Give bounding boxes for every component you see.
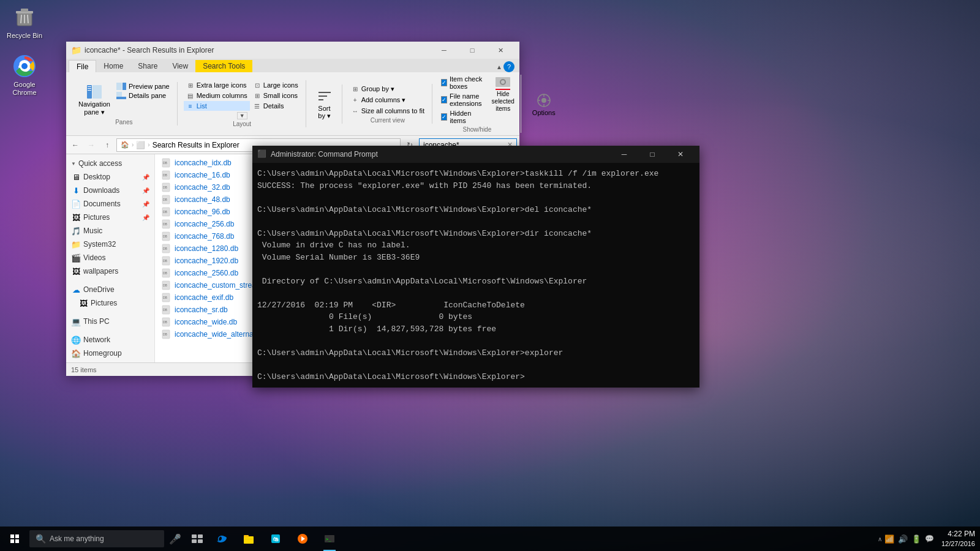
svg-rect-11: [92, 85, 102, 99]
sidebar-item-downloads[interactable]: ⬇ Downloads 📌: [66, 184, 154, 197]
svg-text:DB: DB: [163, 320, 168, 324]
svg-rect-68: [244, 539, 253, 539]
path-computers: ⬜: [136, 141, 145, 149]
tab-file[interactable]: File: [69, 60, 96, 72]
cortana-button[interactable]: 🎤: [164, 527, 186, 551]
medium-columns-label: Medium columns: [197, 92, 247, 99]
chrome-label: Google Chrome: [5, 81, 44, 97]
sidebar-item-homegroup[interactable]: 🏠 Homegroup: [66, 347, 154, 360]
cmd-close-button[interactable]: ✕: [666, 146, 695, 163]
explorer-minimize-button[interactable]: ─: [430, 42, 458, 59]
layout-group: ⊞ Extra large icons ⊡ Large icons ▤ Medi…: [179, 80, 306, 127]
taskbar-cmd[interactable]: >_: [316, 527, 343, 551]
large-icons-label: Large icons: [263, 81, 298, 89]
ribbon-help-icon[interactable]: ?: [503, 61, 514, 72]
quick-access-header[interactable]: ▼ Quick access: [66, 157, 154, 170]
add-columns-button[interactable]: + Add columns ▾: [349, 95, 427, 105]
sidebar-item-documents[interactable]: 📄 Documents 📌: [66, 197, 154, 211]
file-name-13: iconcache_wide.db: [175, 318, 237, 326]
tray-expand-button[interactable]: ∧: [878, 536, 882, 542]
svg-rect-12: [88, 86, 91, 87]
task-view-button[interactable]: [186, 527, 208, 551]
list-button[interactable]: ≡ List: [184, 101, 250, 111]
tab-share[interactable]: Share: [130, 60, 165, 72]
cmd-maximize-button[interactable]: □: [638, 146, 666, 163]
taskbar-clock[interactable]: 4:22 PM 12/27/2016: [941, 529, 975, 549]
path-sep-2: ›: [148, 141, 149, 148]
sidebar-item-wallpapers[interactable]: 🖼 wallpapers: [66, 264, 154, 278]
file-name-5: iconcache_256.db: [175, 220, 234, 228]
tab-view[interactable]: View: [165, 60, 195, 72]
file-icon-db-768: DB: [161, 231, 171, 241]
explorer-close-button[interactable]: ✕: [486, 42, 514, 59]
layout-dropdown-arrow[interactable]: ▼: [237, 112, 247, 119]
documents-icon: 📄: [71, 199, 81, 209]
desktop-pin: 📌: [142, 174, 149, 181]
taskbar-media[interactable]: [289, 527, 316, 551]
sidebar-item-this-pc[interactable]: 💻 This PC: [66, 315, 154, 328]
large-icons-button[interactable]: ⊡ Large icons: [251, 80, 301, 90]
preview-pane-label: Preview pane: [129, 83, 170, 90]
small-icons-button[interactable]: ⊞ Small icons: [251, 91, 301, 100]
options-button[interactable]: Options: [527, 89, 560, 119]
item-check-boxes-checkbox[interactable]: ✓: [441, 79, 447, 86]
preview-pane-button[interactable]: Preview pane: [114, 82, 172, 91]
navigation-pane-button[interactable]: Navigationpane ▾: [76, 82, 113, 118]
details-button[interactable]: ☰ Details: [251, 101, 301, 111]
explorer-title-text: iconcache* - Search Results in Explorer: [85, 46, 430, 54]
sort-by-button[interactable]: Sortby ▾: [312, 85, 337, 122]
start-button[interactable]: [0, 527, 29, 551]
sidebar-documents-label: Documents: [83, 200, 121, 208]
wallpapers-icon: 🖼: [71, 266, 81, 276]
recycle-bin-icon[interactable]: Recycle Bin: [5, 5, 44, 39]
sidebar-item-desktop[interactable]: 🖥 Desktop 📌: [66, 170, 154, 184]
taskbar-store[interactable]: 🛍: [262, 527, 289, 551]
tab-search-tools[interactable]: Search Tools: [195, 60, 252, 72]
hidden-items-checkbox[interactable]: ✓: [441, 113, 447, 121]
this-pc-icon: 💻: [71, 317, 81, 326]
sidebar-item-onedrive[interactable]: ☁ OneDrive: [66, 283, 154, 296]
sidebar-this-pc-label: This PC: [83, 317, 110, 326]
volume-tray-icon[interactable]: 🔊: [898, 534, 908, 544]
current-view-group: ⊞ Group by ▾ + Add columns ▾ ↔ Size all …: [344, 84, 432, 124]
size-all-columns-button[interactable]: ↔ Size all columns to fit: [349, 106, 427, 116]
desktop: Recycle Bin Google Chrome 📁 iconcache* -…: [0, 0, 980, 551]
taskbar-explorer[interactable]: [235, 527, 262, 551]
sidebar-item-onedrive-pictures[interactable]: 🖼 Pictures: [66, 296, 154, 310]
explorer-maximize-button[interactable]: □: [458, 42, 486, 59]
tab-home[interactable]: Home: [96, 60, 130, 72]
medium-columns-button[interactable]: ▤ Medium columns: [184, 91, 250, 100]
forward-button[interactable]: →: [85, 138, 98, 152]
file-name-extensions-checkbox[interactable]: ✓: [441, 96, 447, 103]
hide-selected-button[interactable]: Hide selecteditems: [491, 75, 516, 114]
taskbar-search-box[interactable]: 🔍 Ask me anything: [29, 530, 164, 547]
sidebar-item-network[interactable]: 🌐 Network: [66, 333, 154, 347]
sort-group: Sortby ▾: [307, 84, 342, 124]
battery-tray-icon[interactable]: 🔋: [911, 534, 921, 544]
sidebar-item-music[interactable]: 🎵 Music: [66, 224, 154, 238]
cmd-titlebar: ⬛ Administrator: Command Prompt ─ □ ✕: [252, 146, 699, 163]
panes-group: Navigationpane ▾ Preview pane Details pa…: [71, 82, 178, 126]
svg-text:DB: DB: [163, 308, 168, 312]
system32-icon: 📁: [71, 239, 81, 249]
item-check-boxes-label: Item check boxes: [450, 75, 483, 90]
file-icon-db-256: DB: [161, 219, 171, 229]
cmd-minimize-button[interactable]: ─: [610, 146, 638, 163]
chrome-desktop-icon[interactable]: Google Chrome: [5, 54, 44, 97]
up-button[interactable]: ↑: [100, 138, 114, 152]
notification-tray-icon[interactable]: 💬: [925, 534, 934, 543]
onedrive-icon: ☁: [71, 285, 81, 294]
details-pane-button[interactable]: Details pane: [114, 91, 172, 100]
back-button[interactable]: ←: [69, 138, 82, 152]
extra-large-icons-button[interactable]: ⊞ Extra large icons: [184, 80, 250, 90]
file-name-extensions-label: File name extensions: [450, 92, 483, 107]
ribbon-collapse-icon[interactable]: ▲: [496, 64, 502, 70]
taskbar-edge[interactable]: [208, 527, 235, 551]
sidebar-item-pictures[interactable]: 🖼 Pictures 📌: [66, 211, 154, 224]
sidebar-item-system32[interactable]: 📁 System32: [66, 238, 154, 251]
sidebar-item-videos[interactable]: 🎬 Videos: [66, 251, 154, 264]
file-name-6: iconcache_768.db: [175, 232, 234, 241]
sidebar-onedrive-pictures-label: Pictures: [91, 299, 117, 307]
group-by-button[interactable]: ⊞ Group by ▾: [349, 84, 427, 94]
network-tray-icon[interactable]: 📶: [884, 534, 894, 544]
